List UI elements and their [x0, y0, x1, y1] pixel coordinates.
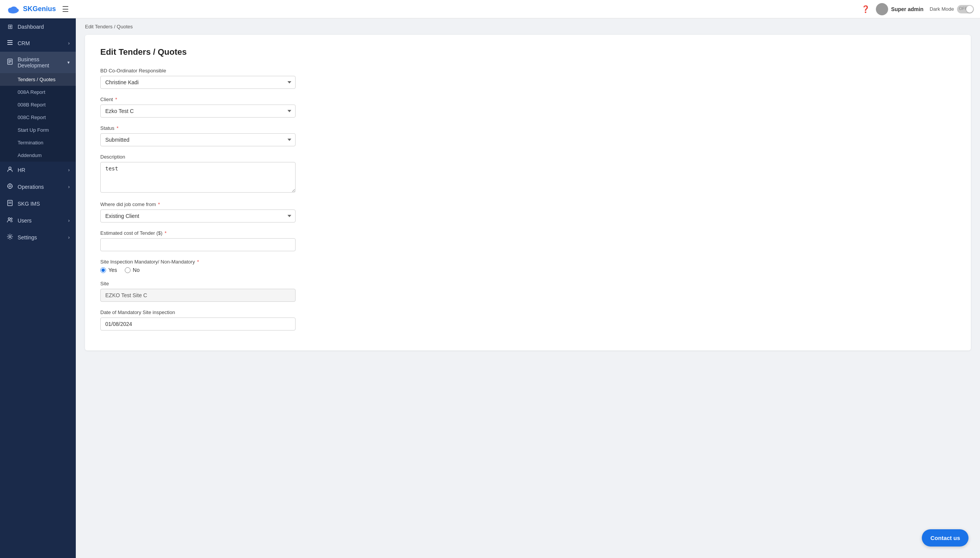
- site-inspection-yes-option[interactable]: Yes: [100, 267, 117, 273]
- site-group: Site: [100, 281, 955, 302]
- sidebar-label-dashboard: Dashboard: [18, 24, 70, 30]
- layout: ⊞ Dashboard CRM › Business Development ▾…: [0, 18, 980, 558]
- sidebar-sub-item-termination[interactable]: Termination: [0, 136, 76, 149]
- contact-us-button[interactable]: Contact us: [922, 529, 969, 547]
- crm-icon: [6, 39, 14, 47]
- sidebar-sub-item-addendum[interactable]: Addendum: [0, 149, 76, 162]
- hr-icon: [6, 166, 14, 174]
- toggle-knob: [966, 6, 973, 13]
- svg-point-14: [9, 185, 11, 187]
- sidebar-item-crm[interactable]: CRM ›: [0, 35, 76, 52]
- site-inspection-no-option[interactable]: No: [125, 267, 140, 273]
- termination-label: Termination: [18, 140, 43, 146]
- sidebar-item-settings[interactable]: Settings ›: [0, 229, 76, 246]
- sidebar-item-users[interactable]: Users ›: [0, 212, 76, 229]
- sidebar-label-skg-ims: SKG IMS: [18, 201, 70, 207]
- operations-arrow-icon: ›: [68, 184, 70, 190]
- page-title: Edit Tenders / Quotes: [100, 47, 955, 57]
- svg-rect-10: [8, 61, 11, 62]
- addendum-label: Addendum: [18, 153, 42, 158]
- hr-arrow-icon: ›: [68, 167, 70, 173]
- users-arrow-icon: ›: [68, 218, 70, 223]
- business-development-submenu: Tenders / Quotes 008A Report 008B Report…: [0, 73, 76, 162]
- bd-coordinator-label: BD Co-Ordinator Responsible: [100, 68, 955, 74]
- sidebar-label-hr: HR: [18, 167, 64, 173]
- sidebar-sub-item-tenders-quotes[interactable]: Tenders / Quotes: [0, 73, 76, 86]
- where-job-group: Where did job come from * Existing Clien…: [100, 202, 955, 223]
- sidebar-label-crm: CRM: [18, 40, 64, 46]
- username-label: Super admin: [891, 6, 924, 12]
- logo-text: SKGenius: [23, 5, 56, 13]
- site-inspection-no-label: No: [133, 267, 140, 273]
- svg-rect-16: [8, 202, 11, 202]
- svg-point-4: [8, 10, 18, 13]
- svg-point-12: [9, 167, 11, 169]
- status-group: Status * Submitted Draft Approved Reject…: [100, 125, 955, 146]
- tenders-quotes-label: Tenders / Quotes: [18, 77, 56, 82]
- sidebar-label-users: Users: [18, 218, 64, 224]
- estimated-cost-input[interactable]: [100, 238, 296, 251]
- sidebar: ⊞ Dashboard CRM › Business Development ▾…: [0, 18, 76, 558]
- hamburger-button[interactable]: ☰: [62, 5, 69, 14]
- sidebar-item-business-development[interactable]: Business Development ▾: [0, 52, 76, 73]
- svg-point-18: [8, 218, 10, 220]
- client-select[interactable]: Ezko Test C: [100, 105, 296, 118]
- status-label: Status *: [100, 125, 955, 131]
- estimated-cost-required-star: *: [165, 230, 167, 236]
- client-label: Client *: [100, 97, 955, 102]
- settings-arrow-icon: ›: [68, 235, 70, 240]
- estimated-cost-group: Estimated cost of Tender ($) *: [100, 230, 955, 251]
- sidebar-item-hr[interactable]: HR ›: [0, 162, 76, 179]
- 008a-label: 008A Report: [18, 89, 45, 95]
- sidebar-label-business-development: Business Development: [18, 56, 64, 69]
- dashboard-icon: ⊞: [6, 23, 14, 30]
- where-job-select[interactable]: Existing Client New Client Referral: [100, 210, 296, 223]
- topbar-right: ❓ Super admin Dark Mode OFF: [861, 3, 974, 15]
- avatar: [876, 3, 888, 15]
- operations-icon: [6, 183, 14, 191]
- business-development-icon: [6, 59, 14, 66]
- where-job-label: Where did job come from *: [100, 202, 955, 207]
- 008b-label: 008B Report: [18, 102, 46, 108]
- status-select[interactable]: Submitted Draft Approved Rejected: [100, 133, 296, 146]
- date-inspection-group: Date of Mandatory Site inspection: [100, 309, 955, 330]
- svg-rect-17: [8, 203, 11, 204]
- sidebar-item-operations[interactable]: Operations ›: [0, 179, 76, 195]
- date-inspection-label: Date of Mandatory Site inspection: [100, 309, 955, 315]
- sidebar-label-settings: Settings: [18, 235, 64, 241]
- dark-mode-toggle-area: Dark Mode OFF: [929, 5, 974, 13]
- bd-coordinator-select[interactable]: Christine Kadi: [100, 76, 296, 89]
- client-group: Client * Ezko Test C: [100, 97, 955, 118]
- description-textarea[interactable]: test: [100, 162, 296, 193]
- estimated-cost-label: Estimated cost of Tender ($) *: [100, 230, 955, 236]
- description-group: Description test: [100, 154, 955, 194]
- bd-coordinator-group: BD Co-Ordinator Responsible Christine Ka…: [100, 68, 955, 89]
- dark-mode-toggle[interactable]: OFF: [957, 5, 974, 13]
- sidebar-sub-item-008b[interactable]: 008B Report: [0, 98, 76, 111]
- svg-point-20: [9, 236, 11, 238]
- site-label: Site: [100, 281, 955, 286]
- sidebar-sub-item-startup-form[interactable]: Start Up Form: [0, 124, 76, 136]
- startup-form-label: Start Up Form: [18, 127, 49, 133]
- sidebar-item-dashboard[interactable]: ⊞ Dashboard: [0, 18, 76, 35]
- svg-rect-11: [8, 62, 10, 63]
- svg-rect-6: [7, 42, 13, 43]
- sidebar-sub-item-008c[interactable]: 008C Report: [0, 111, 76, 124]
- site-inspection-yes-radio[interactable]: [100, 268, 106, 273]
- svg-rect-7: [7, 44, 13, 45]
- crm-arrow-icon: ›: [68, 41, 70, 46]
- description-label: Description: [100, 154, 955, 160]
- topbar: SKGenius ☰ ❓ Super admin Dark Mode OFF: [0, 0, 980, 18]
- help-icon[interactable]: ❓: [861, 5, 870, 13]
- sidebar-label-operations: Operations: [18, 184, 64, 190]
- sidebar-sub-item-008a[interactable]: 008A Report: [0, 86, 76, 98]
- sidebar-item-skg-ims[interactable]: SKG IMS: [0, 195, 76, 212]
- svg-point-19: [11, 218, 12, 220]
- site-inspection-no-radio[interactable]: [125, 268, 131, 273]
- site-inspection-label: Site Inspection Mandatory/ Non-Mandatory…: [100, 259, 955, 265]
- business-development-arrow-icon: ▾: [67, 60, 70, 65]
- site-inspection-yes-label: Yes: [108, 267, 117, 273]
- 008c-label: 008C Report: [18, 115, 46, 120]
- date-inspection-input[interactable]: [100, 317, 296, 330]
- main-content: Edit Tenders / Quotes Edit Tenders / Quo…: [76, 18, 980, 558]
